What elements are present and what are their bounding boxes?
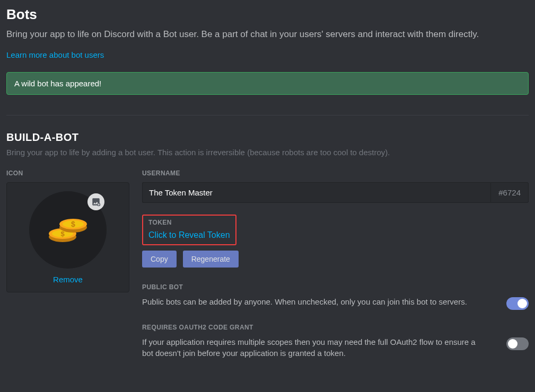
copy-button[interactable]: Copy <box>142 251 177 268</box>
username-label: USERNAME <box>142 170 529 177</box>
oauth-grant-toggle[interactable] <box>506 337 529 350</box>
oauth-grant-desc: If your application requires multiple sc… <box>142 336 481 359</box>
remove-icon-link[interactable]: Remove <box>53 275 83 284</box>
discriminator: #6724 <box>490 182 529 203</box>
svg-text:$: $ <box>60 230 65 238</box>
learn-more-link[interactable]: Learn more about bot users <box>6 50 104 59</box>
page-title: Bots <box>6 6 529 23</box>
reveal-token-link[interactable]: Click to Reveal Token <box>148 230 230 239</box>
public-bot-label: PUBLIC BOT <box>142 283 529 291</box>
token-label: TOKEN <box>148 219 230 226</box>
public-bot-toggle[interactable] <box>506 297 529 310</box>
oauth-grant-label: REQUIRES OAUTH2 CODE GRANT <box>142 324 529 331</box>
upload-image-icon[interactable] <box>87 193 104 210</box>
build-title: BUILD-A-BOT <box>6 131 529 144</box>
success-notice: A wild bot has appeared! <box>6 72 529 95</box>
regenerate-button[interactable]: Regenerate <box>183 251 239 268</box>
svg-text:$: $ <box>71 220 75 228</box>
username-input[interactable] <box>142 182 490 203</box>
page-description: Bring your app to life on Discord with a… <box>6 28 529 41</box>
public-bot-desc: Public bots can be added by anyone. When… <box>142 296 467 307</box>
icon-card: $ $ Remove <box>6 182 129 292</box>
coins-icon: $ $ <box>47 211 89 248</box>
icon-label: ICON <box>6 170 129 177</box>
avatar-upload[interactable]: $ $ <box>29 191 107 269</box>
divider <box>6 115 529 115</box>
token-highlight: TOKEN Click to Reveal Token <box>142 215 236 245</box>
build-subtitle: Bring your app to life by adding a bot u… <box>6 148 529 157</box>
